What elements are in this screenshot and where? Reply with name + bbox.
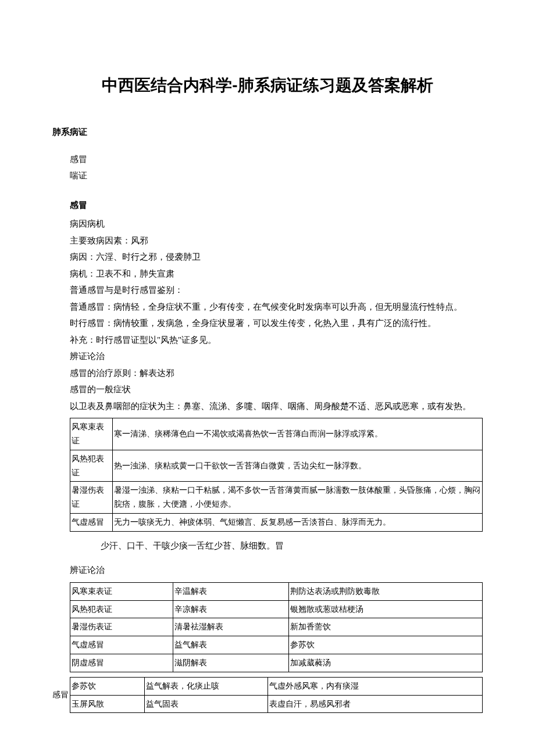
page-title: 中西医结合内科学-肺系病证练习题及答案解析 <box>52 70 483 101</box>
table-row: 玉屏风散 益气固表 表虚自汗，易感风邪者 <box>70 695 483 713</box>
formula-table: 参苏饮 益气解表，化痰止咳 气虚外感风寒，内有痰湿 玉屏风散 益气固表 表虚自汗… <box>70 677 483 714</box>
cell: 清暑祛湿解表 <box>173 618 289 636</box>
syndrome-name: 暑湿伤表证 <box>70 482 113 514</box>
body-text: 病因：六淫、时行之邪，侵袭肺卫 <box>70 249 483 266</box>
cell: 参苏饮 <box>288 636 482 654</box>
ganmao-section: 感冒 病因病机 主要致病因素：风邪 病因：六淫、时行之邪，侵袭肺卫 病机：卫表不… <box>52 197 483 415</box>
table-row: 气虚感冒 无力一咳痰无力、神疲体弱、气短懒言、反复易感一舌淡苔白、脉浮而无力。 <box>70 513 483 531</box>
syndrome-desc: 热一浊涕、痰粘或黄一口干欲饮一舌苔薄白微黄，舌边尖红一脉浮数。 <box>113 450 483 482</box>
syndrome-name: 风热犯表证 <box>70 450 113 482</box>
body-text: 病因病机 <box>70 216 483 232</box>
table-row: 风寒束表证 辛温解表 荆防达表汤或荆防败毒散 <box>70 582 483 600</box>
cell: 荆防达表汤或荆防败毒散 <box>288 582 482 600</box>
document-page: 中西医结合内科学-肺系病证练习题及答案解析 肺系病证 感冒 喘证 感冒 病因病机… <box>0 0 535 748</box>
table-row: 暑湿伤表证 暑湿一浊涕、痰粘一口干粘腻，渴不多饮一舌苔薄黄而腻一脉濡数一肢体酸重… <box>70 482 483 514</box>
intro-item: 喘证 <box>70 167 483 184</box>
cell: 益气固表 <box>144 695 268 713</box>
treatment-table: 风寒束表证 辛温解表 荆防达表汤或荆防败毒散 风热犯表证 辛凉解表 银翘散或葱豉… <box>70 582 483 672</box>
cell: 气虚感冒 <box>70 636 173 654</box>
cell: 辛凉解表 <box>173 600 289 618</box>
cell: 表虚自汗，易感风邪者 <box>268 695 483 713</box>
cell: 气虚外感风寒，内有痰湿 <box>268 677 483 695</box>
bzlz-heading: 辨证论治 <box>52 562 483 579</box>
syndrome-desc: 暑湿一浊涕、痰粘一口干粘腻，渴不多饮一舌苔薄黄而腻一脉濡数一肢体酸重，头昏胀痛，… <box>113 482 483 514</box>
table-row: 风热犯表证 热一浊涕、痰粘或黄一口干欲饮一舌苔薄白微黄，舌边尖红一脉浮数。 <box>70 450 483 482</box>
cell: 风热犯表证 <box>70 600 173 618</box>
table-row: 阴虚感冒 滋阴解表 加减葳蕤汤 <box>70 654 483 672</box>
intro-list: 感冒 喘证 <box>52 151 483 184</box>
body-text: 感冒的一般症状 <box>70 381 483 398</box>
ganmao-heading: 感冒 <box>70 197 483 214</box>
cell: 玉屏风散 <box>70 695 145 713</box>
cell: 银翘散或葱豉桔梗汤 <box>288 600 482 618</box>
cell: 滋阴解表 <box>173 654 289 672</box>
ganmao-label: 感冒 <box>52 687 69 703</box>
body-text: 普通感冒与是时行感冒鉴别： <box>70 282 483 299</box>
syndrome-name: 风寒束表证 <box>70 418 113 450</box>
section-heading: 肺系病证 <box>52 124 483 141</box>
body-text: 辨证论治 <box>70 348 483 365</box>
cell: 加减葳蕤汤 <box>288 654 482 672</box>
table-row: 参苏饮 益气解表，化痰止咳 气虚外感风寒，内有痰湿 <box>70 677 483 695</box>
table-row: 风寒束表证 寒一清涕、痰稀薄色白一不渴饮或渴喜热饮一舌苔薄白而润一脉浮或浮紧。 <box>70 418 483 450</box>
formula-block: 感冒 参苏饮 益气解表，化痰止咳 气虚外感风寒，内有痰湿 玉屏风散 益气固表 表… <box>52 675 483 714</box>
body-text: 病机：卫表不和，肺失宣肃 <box>70 266 483 282</box>
body-text: 以卫表及鼻咽部的症状为主：鼻塞、流涕、多嚏、咽痒、咽痛、周身酸楚不适、恶风或恶寒… <box>70 398 483 415</box>
fragment-text: 少汗、口干、干咳少痰一舌红少苔、脉细数。冒 <box>52 538 483 554</box>
body-text: 感冒的治疗原则：解表达邪 <box>70 365 483 382</box>
syndrome-name: 气虚感冒 <box>70 513 113 531</box>
cell: 益气解表，化痰止咳 <box>144 677 268 695</box>
body-text: 主要致病因素：风邪 <box>70 232 483 249</box>
body-text: 补充：时行感冒证型以"风热"证多见。 <box>70 332 483 349</box>
table-row: 气虚感冒 益气解表 参苏饮 <box>70 636 483 654</box>
intro-item: 感冒 <box>70 151 483 168</box>
body-text: 时行感冒：病情较重，发病急，全身症状显著，可以发生传变，化热入里，具有广泛的流行… <box>70 315 483 332</box>
treatment-table-wrap: 风寒束表证 辛温解表 荆防达表汤或荆防败毒散 风热犯表证 辛凉解表 银翘散或葱豉… <box>52 582 483 672</box>
table-row: 暑湿伤表证 清暑祛湿解表 新加香薷饮 <box>70 618 483 636</box>
cell: 参苏饮 <box>70 677 145 695</box>
cell: 新加香薷饮 <box>288 618 482 636</box>
cell: 风寒束表证 <box>70 582 173 600</box>
syndrome-desc: 无力一咳痰无力、神疲体弱、气短懒言、反复易感一舌淡苔白、脉浮而无力。 <box>113 513 483 531</box>
syndrome-table: 风寒束表证 寒一清涕、痰稀薄色白一不渴饮或渴喜热饮一舌苔薄白而润一脉浮或浮紧。 … <box>70 418 483 532</box>
cell: 阴虚感冒 <box>70 654 173 672</box>
cell: 暑湿伤表证 <box>70 618 173 636</box>
cell: 益气解表 <box>173 636 289 654</box>
table-row: 风热犯表证 辛凉解表 银翘散或葱豉桔梗汤 <box>70 600 483 618</box>
body-text: 普通感冒：病情轻，全身症状不重，少有传变，在气候变化时发病率可以升高，但无明显流… <box>70 299 483 316</box>
syndrome-desc: 寒一清涕、痰稀薄色白一不渴饮或渴喜热饮一舌苔薄白而润一脉浮或浮紧。 <box>113 418 483 450</box>
cell: 辛温解表 <box>173 582 289 600</box>
syndrome-table-wrap: 风寒束表证 寒一清涕、痰稀薄色白一不渴饮或渴喜热饮一舌苔薄白而润一脉浮或浮紧。 … <box>52 418 483 532</box>
